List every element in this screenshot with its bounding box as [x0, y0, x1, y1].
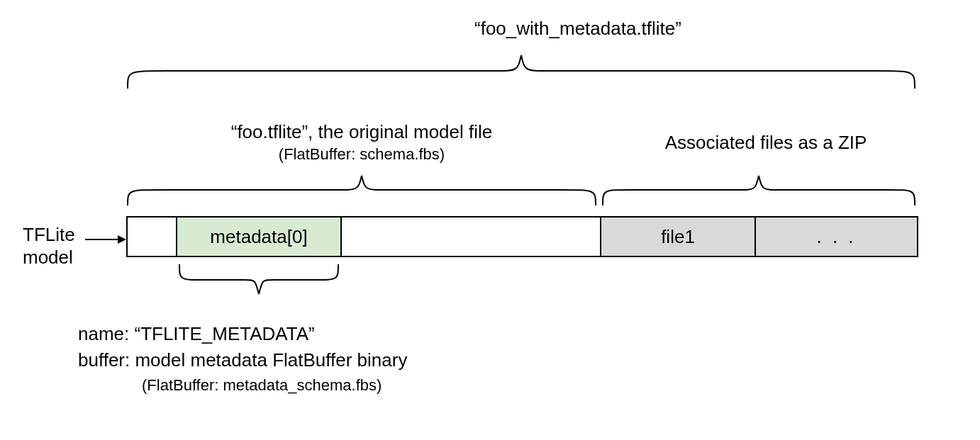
original-model-label-sub: (FlatBuffer: schema.fbs) — [202, 145, 521, 164]
file1-box: file1 — [600, 216, 756, 257]
ellipsis-box: . . . — [755, 216, 918, 257]
original-brace — [124, 170, 599, 209]
zip-label: Associated files as a ZIP — [610, 131, 922, 154]
top-brace — [124, 50, 918, 92]
metadata-bottom-brace — [176, 261, 342, 300]
bottom-buffer-label: buffer: model metadata FlatBuffer binary — [78, 349, 407, 372]
file1-box-label: file1 — [661, 226, 695, 248]
metadata-box-label: metadata[0] — [210, 226, 307, 248]
tflite-model-text-2: model — [23, 246, 73, 269]
svg-marker-1 — [118, 235, 126, 244]
arrow-icon — [85, 232, 128, 247]
top-filename-label: “foo_with_metadata.tflite” — [383, 17, 773, 40]
ellipsis-box-label: . . . — [816, 226, 856, 248]
zip-brace — [599, 170, 918, 209]
tflite-model-text-1: TFLite — [23, 223, 75, 247]
bottom-name-label: name: “TFLITE_METADATA” — [78, 322, 315, 346]
metadata-box: metadata[0] — [176, 216, 342, 257]
bottom-sub-label: (FlatBuffer: metadata_schema.fbs) — [142, 376, 382, 395]
diagram-stage: “foo_with_metadata.tflite” “foo.tflite”,… — [0, 0, 980, 440]
original-model-label-main: “foo.tflite”, the original model file — [202, 120, 521, 144]
